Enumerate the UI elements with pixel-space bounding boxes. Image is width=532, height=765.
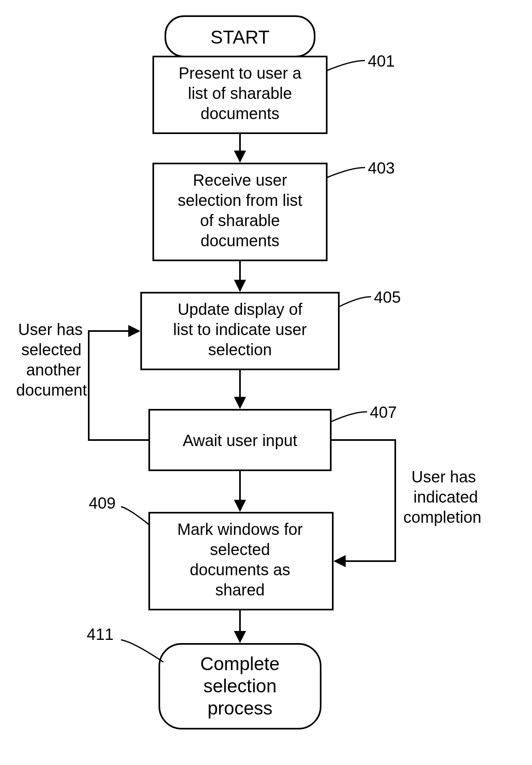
flow-step-403: Receive user selection from list of shar…	[153, 163, 327, 260]
ref-403: 403	[368, 159, 395, 177]
edge-loop-l4: document	[16, 381, 87, 399]
step-407-line1: Await user input	[183, 432, 297, 449]
step-409-line2: selected	[210, 541, 270, 558]
step-405-line1: Update display of	[177, 300, 303, 318]
step-401-line1: Present to user a	[179, 64, 302, 82]
flow-step-405: Update display of list to indicate user …	[141, 293, 339, 369]
flow-end: Complete selection process	[159, 644, 321, 729]
end-line2: selection	[203, 675, 277, 696]
step-401-line2: list of sharable	[188, 84, 292, 102]
flow-step-401: Present to user a list of sharable docum…	[153, 57, 327, 133]
edge-loop-l1: User has	[18, 321, 83, 338]
flow-step-409: Mark windows for selected documents as s…	[149, 513, 333, 610]
edge-loop-l2: selected	[21, 341, 81, 358]
step-405-line2: list to indicate user	[173, 321, 307, 338]
edge-loop-l3: another	[26, 361, 81, 379]
ref-407: 407	[370, 403, 397, 421]
step-403-line3: of sharable	[200, 212, 280, 229]
edge-done-l3: completion	[403, 508, 481, 526]
ref-401: 401	[368, 52, 395, 70]
step-401-line3: documents	[200, 105, 280, 122]
step-403-line4: documents	[200, 232, 280, 249]
flow-start-label: START	[211, 27, 270, 48]
edge-done-l2: indicated	[413, 488, 478, 506]
ref-411: 411	[87, 625, 114, 643]
step-409-line1: Mark windows for	[177, 520, 303, 538]
end-line3: process	[207, 698, 272, 719]
step-409-line4: shared	[215, 581, 265, 599]
end-line1: Complete	[200, 653, 280, 674]
step-405-line3: selection	[208, 341, 272, 358]
ref-405: 405	[374, 288, 401, 306]
step-403-line2: selection from list	[178, 191, 303, 209]
edge-done-l1: User has	[411, 468, 476, 486]
step-403-line1: Receive user	[193, 171, 287, 189]
step-409-line3: documents as	[190, 561, 290, 578]
ref-409: 409	[89, 494, 116, 512]
flow-step-407: Await user input	[149, 410, 331, 470]
